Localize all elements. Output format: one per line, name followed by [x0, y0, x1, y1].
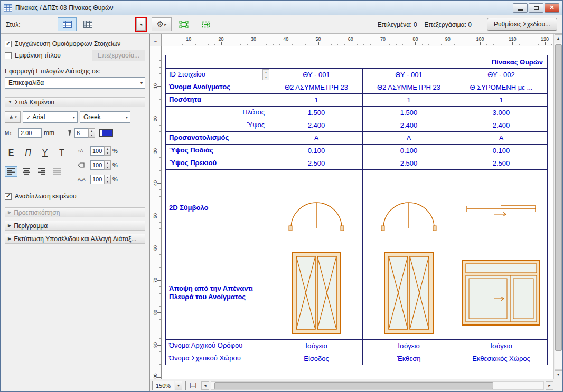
schedule-cell[interactable]: Ισόγειο	[362, 339, 455, 352]
char-width-input[interactable]	[90, 160, 104, 170]
schedule-cell[interactable]: 0.100	[455, 144, 547, 157]
edit-title-button[interactable]: Επεξεργασία...	[92, 50, 145, 61]
collapse-panel-button[interactable]: ◄	[136, 18, 146, 31]
maximize-button[interactable]	[529, 3, 543, 13]
row-label-header-height[interactable]: Ύψος Πρεκιού	[166, 157, 270, 169]
line-spacing-stepper[interactable]: ▲▼	[90, 146, 111, 156]
ruler-options-button[interactable]: ...	[150, 34, 162, 46]
row-label-width[interactable]: Πλάτος	[166, 106, 270, 119]
char-width-stepper[interactable]: ▲▼	[90, 160, 111, 170]
italic-button[interactable]: Π	[22, 148, 34, 158]
schedule-cell[interactable]: 1.500	[270, 106, 362, 119]
schedule-cell[interactable]: 2.500	[270, 157, 362, 169]
line-spacing-input[interactable]	[90, 146, 104, 156]
horizontal-scrollbar[interactable]	[211, 381, 544, 390]
pen-number-input[interactable]	[74, 128, 88, 138]
letter-spacing-input[interactable]	[90, 175, 104, 184]
zoom-to-selection-button[interactable]	[197, 17, 215, 31]
align-center-button[interactable]	[20, 166, 33, 177]
row-label-opening-name[interactable]: Όνομα Ανοίγματος	[166, 81, 270, 93]
row-label-height[interactable]: Ύψος	[166, 119, 270, 131]
section-footer-print[interactable]: ▶ Εκτύπωση Υποσέλιδου και Αλλαγή Διάταξ.…	[5, 234, 145, 244]
row-label-elevation-view[interactable]: Άποψη από την Απέναντι Πλευρά του Ανοίγμ…	[166, 246, 270, 339]
stepper-arrows[interactable]: ▲▼	[88, 128, 95, 138]
letter-spacing-stepper[interactable]: ▲▼	[90, 175, 111, 184]
scheme-settings-flyout-button[interactable]: ⚙ ▸	[152, 17, 172, 31]
font-size-input[interactable]	[18, 128, 42, 138]
schedule-cell[interactable]: Είσοδος	[270, 352, 362, 365]
schedule-cell[interactable]: Θ ΣΥΡΟΜΕΝΗ με ...	[455, 81, 547, 93]
schedule-cell[interactable]: 0.100	[362, 144, 455, 157]
merge-uniform-items-checkbox[interactable]: ✓ Συγχώνευση Ομοιόμορφων Στοιχείων	[5, 40, 145, 47]
scroll-left-button[interactable]: ◄	[201, 381, 209, 390]
symbol-cell[interactable]	[362, 246, 455, 339]
row-label-orientation[interactable]: Προσανατολισμός	[166, 131, 270, 144]
vertical-scrollbar-thumb[interactable]	[555, 44, 562, 351]
pen-number-stepper[interactable]: ▲▼	[74, 128, 95, 138]
schedule-cell[interactable]: Έκθεση	[362, 352, 455, 365]
row-label-home-story[interactable]: Όνομα Αρχικού Ορόφου	[166, 339, 270, 352]
schedule-cell[interactable]: 2.400	[362, 119, 455, 131]
stepper-arrows[interactable]: ▲▼	[104, 146, 111, 156]
align-right-button[interactable]	[35, 166, 48, 177]
align-left-button[interactable]	[5, 166, 17, 177]
close-button[interactable]: ✕	[545, 3, 559, 13]
pen-color-swatch[interactable]	[99, 129, 113, 137]
schedule-cell[interactable]: 2.500	[362, 157, 455, 169]
view-mode-grid-button[interactable]	[78, 17, 97, 31]
schedule-title-cell[interactable]: Πίνακας Θυρών	[166, 55, 547, 68]
schedule-cell[interactable]: 1.500	[362, 106, 455, 119]
schedule-cell[interactable]: 2.400	[455, 119, 547, 131]
schedule-canvas[interactable]: Πίνακας Θυρών ID Στοιχείου ▲▼ ΘΥ - 001 Θ…	[162, 46, 553, 379]
font-script-dropdown[interactable]: Greek ▾	[80, 111, 130, 123]
symbol-cell[interactable]	[455, 169, 547, 246]
row-label-2d-symbol[interactable]: 2D Σύμβολο	[166, 169, 270, 246]
scroll-down-button[interactable]: ▼	[555, 370, 562, 378]
vertical-scrollbar[interactable]: ▲ ▼	[553, 34, 562, 379]
scroll-right-button[interactable]: ►	[546, 381, 553, 390]
wrap-text-checkbox[interactable]: ✓ Αναδίπλωση κειμένου	[5, 193, 145, 200]
symbol-cell[interactable]	[270, 246, 362, 339]
schedule-cell[interactable]: Ισόγειο	[270, 339, 362, 352]
schedule-cell[interactable]: Δ	[362, 131, 455, 144]
horizontal-scrollbar-thumb[interactable]	[214, 382, 493, 389]
schedule-cell[interactable]: 2.400	[270, 119, 362, 131]
titlebar[interactable]: Πίνακας / ΔΠΣτ-03 Πίνακας Θυρών ✕	[1, 1, 562, 15]
schedule-cell[interactable]: 1	[270, 93, 362, 106]
schedule-cell[interactable]: ΘΥ - 001	[270, 68, 362, 81]
schedule-cell[interactable]: 3.000	[455, 106, 547, 119]
align-justify-button[interactable]	[51, 166, 63, 177]
section-border[interactable]: ▶ Περίγραμμα	[5, 221, 145, 231]
underline-button[interactable]: Υ	[39, 148, 51, 158]
favorites-button[interactable]: ★ ▾	[5, 111, 21, 123]
schedule-cell[interactable]: Ισόγειο	[455, 339, 547, 352]
minimize-button[interactable]	[513, 3, 528, 13]
schedule-cell[interactable]: ΘΥ - 002	[455, 68, 547, 81]
row-label-related-zone[interactable]: Όνομα Σχετικού Χώρου	[166, 352, 270, 365]
select-area-button[interactable]	[175, 17, 193, 31]
symbol-cell[interactable]	[270, 169, 362, 246]
schedule-cell[interactable]: Θ2 ΑΣΥΜΜΕΤΡΗ 23	[270, 81, 362, 93]
schedule-cell[interactable]: Θ2 ΑΣΥΜΜΕΤΡΗ 23	[362, 81, 455, 93]
fit-width-button[interactable]: |↔|	[185, 381, 200, 390]
schedule-cell[interactable]: 2.500	[455, 157, 547, 169]
symbol-cell[interactable]	[362, 169, 455, 246]
symbol-cell[interactable]	[455, 246, 547, 339]
stepper-arrows[interactable]: ▲▼	[104, 175, 111, 184]
row-label-quantity[interactable]: Ποσότητα	[166, 93, 270, 106]
schedule-cell[interactable]: Α	[455, 131, 547, 144]
schedule-cell[interactable]: 0.100	[270, 144, 362, 157]
zoom-level[interactable]: 150%	[152, 381, 174, 390]
view-mode-table-button[interactable]	[58, 17, 77, 31]
section-preview[interactable]: ▶ Προεπισκόπηση	[5, 207, 145, 217]
row-label-element-id[interactable]: ID Στοιχείου ▲▼	[166, 68, 270, 81]
scroll-up-button[interactable]: ▲	[555, 34, 562, 42]
stepper-arrows[interactable]: ▲▼	[104, 160, 111, 170]
row-label-sill-height[interactable]: Ύψος Ποδιάς	[166, 144, 270, 157]
zoom-menu-button[interactable]: ▾	[175, 381, 182, 390]
schedule-cell[interactable]: Α	[270, 131, 362, 144]
schedule-cell[interactable]: Εκθεσιακός Χώρος	[455, 352, 547, 365]
font-family-dropdown[interactable]: ✓ Arial ▾	[23, 111, 78, 123]
overline-button[interactable]: Τ	[55, 148, 68, 158]
vertical-scrollbar-track[interactable]	[555, 43, 562, 370]
